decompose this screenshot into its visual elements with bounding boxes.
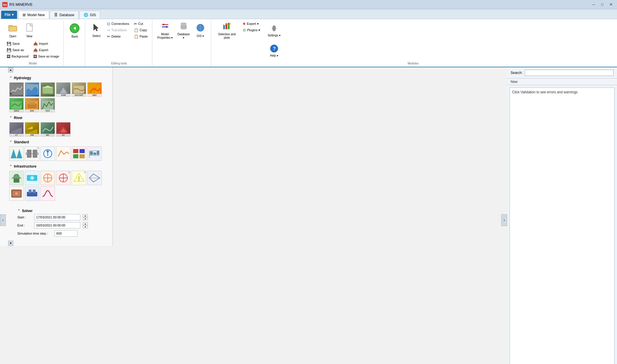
save-group-buttons: 💾 Save 💾 Save as 🖼 Background 📥 Import (5, 41, 61, 61)
gsm-tag: GSM (56, 94, 70, 96)
close-button[interactable]: ✕ (607, 2, 615, 8)
new-button[interactable]: New (21, 21, 38, 40)
sac-tag: SAC (25, 109, 39, 112)
river-section-header[interactable]: ⌃ River (9, 115, 110, 121)
background-icon: 🖼 (7, 54, 10, 59)
hydrology-section-header[interactable]: ⌃ Hydrology (9, 75, 110, 81)
component-inf4[interactable]: D (56, 171, 71, 185)
component-sv[interactable]: SV (56, 122, 71, 137)
solver-section-header[interactable]: ⌃ Solver (17, 208, 110, 214)
component-std3[interactable] (40, 146, 55, 161)
save-button[interactable]: 💾 Save (5, 41, 31, 47)
back-button[interactable]: Back (66, 21, 83, 40)
connections-button[interactable]: ⊡ Connections (105, 21, 131, 27)
app-title: RS MINERVE (9, 2, 33, 7)
background-button[interactable]: 🖼 Background (5, 53, 31, 59)
tab-database[interactable]: 🗄 Database (50, 11, 79, 19)
transitions-icon: ⇒ (107, 28, 110, 32)
app-icon: RS (2, 2, 8, 7)
component-inf6[interactable] (87, 171, 102, 185)
svg-rect-70 (97, 151, 99, 155)
component-scs[interactable]: SCS (40, 98, 55, 112)
import-button[interactable]: 📥 Import (31, 41, 61, 47)
end-up[interactable]: ▲ (83, 222, 88, 225)
component-gr4j[interactable]: GR4J (9, 98, 24, 112)
delete-button[interactable]: ✂ Delete (105, 34, 131, 39)
expert-button[interactable]: ✸ Expert ▾ (241, 21, 262, 27)
component-inf1[interactable] (9, 171, 24, 185)
component-inf3[interactable] (40, 171, 55, 185)
save-as-button[interactable]: 💾 Save as (5, 47, 31, 53)
file-tab[interactable]: File ▾ (1, 11, 17, 19)
component-hbv[interactable]: HBV (87, 82, 102, 97)
component-std2[interactable]: D (25, 146, 39, 161)
maximize-button[interactable]: □ (598, 2, 606, 8)
transitions-button[interactable]: ⇒ Transitions (105, 27, 131, 33)
lt-tag: LT (10, 134, 23, 136)
solver-start-row: Start : ▲ ▼ (17, 214, 110, 220)
left-nav-prev[interactable]: ‹ (0, 214, 6, 226)
component-std4[interactable] (56, 146, 71, 161)
component-sac[interactable]: SAC (25, 98, 39, 112)
component-gsm[interactable]: GSM (56, 82, 71, 97)
paste-button[interactable]: 📋 Paste (132, 34, 150, 39)
start-up[interactable]: ▲ (83, 214, 88, 217)
infrastructure-section-header[interactable]: ⌃ Infrastructure (9, 163, 110, 170)
component-inf2[interactable] (25, 171, 39, 185)
canvas-nav-right[interactable]: › (501, 214, 507, 226)
paste-icon: 📋 (134, 34, 138, 39)
gis-button[interactable]: GIS ▾ (192, 21, 208, 40)
component-h3[interactable] (40, 82, 55, 97)
plugins-button[interactable]: ⚙ Plugins ▾ (241, 27, 262, 33)
tab-gis-label: GIS (90, 13, 96, 17)
validation-message: Click Validation to see errors and warni… (512, 90, 578, 94)
component-inf5[interactable]: D (72, 171, 86, 185)
panel-scroll-down[interactable]: ▼ (8, 241, 13, 246)
copy-button[interactable]: 📋 Copy (132, 27, 150, 33)
end-down[interactable]: ▼ (83, 225, 88, 229)
component-inf9[interactable] (40, 186, 55, 201)
model-properties-button[interactable]: ModelProperties ▾ (155, 21, 175, 40)
export-button[interactable]: 📤 Export (31, 47, 61, 53)
minimize-button[interactable]: ─ (590, 2, 597, 8)
left-panel-wrapper: ‹ ▲ ⌃ Hydrology (0, 67, 113, 364)
start-input[interactable] (34, 214, 80, 220)
standard-section-header[interactable]: ⌃ Standard (9, 139, 110, 145)
component-kw[interactable]: KW (25, 122, 39, 137)
start-down[interactable]: ▼ (83, 217, 88, 220)
transitions-label: Transitions (111, 28, 127, 32)
database-button[interactable]: Database ▾ (176, 21, 192, 40)
connections-icon: ⊡ (107, 22, 110, 26)
component-h2[interactable] (25, 82, 39, 97)
component-std5[interactable] (72, 146, 86, 161)
component-std6[interactable] (87, 146, 102, 161)
component-mc[interactable]: MC (40, 122, 55, 137)
component-std1[interactable] (9, 146, 24, 161)
svg-rect-68 (90, 151, 93, 155)
panel-scroll-up[interactable]: ▲ (8, 67, 13, 73)
select-button[interactable]: Select (88, 21, 104, 40)
open-new-buttons: Open New (5, 21, 61, 41)
component-inf7[interactable] (9, 186, 24, 201)
cut-button[interactable]: ✂ Cut (132, 21, 150, 27)
end-input[interactable] (34, 222, 80, 229)
component-h1[interactable] (9, 82, 24, 97)
open-button[interactable]: Open (5, 21, 21, 40)
timestep-input[interactable] (54, 230, 77, 237)
component-lt[interactable]: LT (9, 122, 24, 137)
settings-button[interactable]: Settings ▾ (265, 21, 283, 40)
new-label: New (511, 80, 518, 84)
selection-plots-icon (223, 22, 231, 32)
start-spinner: ▲ ▼ (83, 214, 88, 220)
component-socont[interactable]: SOCONT (72, 82, 86, 97)
svg-rect-63 (80, 154, 85, 158)
save-as-image-button[interactable]: 🖼 Save as image (31, 53, 61, 59)
selection-plots-button[interactable]: Selection and plots (214, 21, 240, 40)
svg-rect-61 (80, 149, 85, 153)
tab-gis[interactable]: 🌐 GIS (79, 11, 100, 19)
kw-tag: KW (25, 134, 39, 136)
help-button[interactable]: ? Help ▾ (265, 41, 283, 61)
tab-model-new[interactable]: ⊞ Model New (18, 11, 49, 19)
component-inf8[interactable] (25, 186, 39, 201)
search-input[interactable] (525, 70, 614, 76)
